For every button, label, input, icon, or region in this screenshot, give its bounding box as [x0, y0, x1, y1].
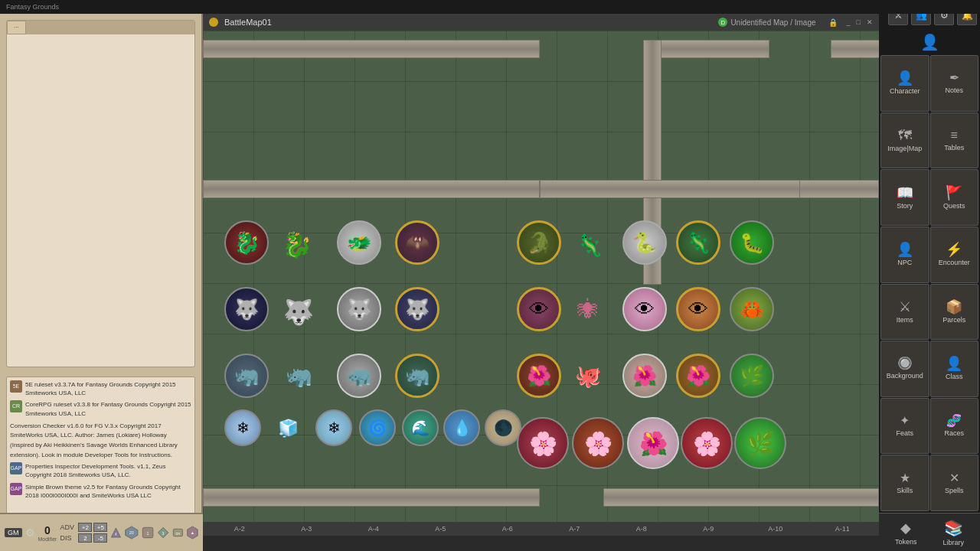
dice-d8-icon[interactable]: 3: [157, 523, 169, 542]
dice-d6-icon[interactable]: 1: [142, 523, 154, 542]
token-r1-r3[interactable]: 🐍: [622, 220, 667, 265]
token-r4-r5[interactable]: 🌿: [734, 417, 786, 469]
token-r2-r2-free[interactable]: 🕷: [561, 287, 615, 331]
token-r3-c2-free[interactable]: 🦏: [272, 354, 325, 398]
token-r4-c2-free[interactable]: 🧊: [266, 412, 310, 445]
dice-custom-icon[interactable]: cn: [172, 524, 184, 541]
quests-btn[interactable]: 🚩 Quests: [930, 169, 979, 226]
token-r2-c3[interactable]: 🐺: [337, 287, 381, 331]
items-btn[interactable]: ⚔ Items: [880, 284, 929, 341]
dice-d4-icon[interactable]: 4: [110, 524, 122, 541]
imagemap-btn[interactable]: 🗺 Image|Map: [880, 112, 929, 169]
svg-text:1: 1: [146, 531, 149, 536]
token-r3-r1[interactable]: 🌺: [517, 354, 561, 398]
story-btn[interactable]: 📖 Story: [880, 169, 929, 226]
settings-icon[interactable]: ⚙: [25, 527, 35, 539]
dis-2-btn[interactable]: 2: [78, 533, 92, 543]
character-label: Character: [890, 87, 920, 95]
creature-sprite-2-r3: 👁: [635, 298, 655, 321]
token-r2-r5[interactable]: 🦀: [730, 287, 774, 331]
map-grid[interactable]: 🐉 🐉 🐲 🦇 🐊 🦎 🐍 🦎 🐛 🐺 🐺 🐺: [203, 31, 879, 522]
dis-5-btn[interactable]: -5: [93, 533, 107, 543]
window-maximize[interactable]: □: [857, 18, 861, 26]
token-r2-c4[interactable]: 🐺: [395, 287, 439, 331]
token-r2-c2-free[interactable]: 🐺: [272, 291, 325, 333]
token-r3-r3[interactable]: 🌺: [622, 354, 667, 398]
npc-btn[interactable]: 👤 NPC: [880, 227, 929, 283]
races-btn[interactable]: 🧬 Races: [930, 398, 979, 455]
modifier-section: 0 Modifier: [38, 524, 57, 542]
token-r1-r4[interactable]: 🦎: [676, 220, 720, 265]
chat-text-5: Simple Brown theme v2.5 for Fantasy Grou…: [25, 483, 191, 500]
tokens-btn[interactable]: ◆ Tokens: [895, 520, 917, 546]
token-r4-c4[interactable]: 🌀: [359, 409, 396, 446]
parcels-btn[interactable]: 📦 Parcels: [930, 284, 979, 341]
token-r3-c4[interactable]: 🦏: [395, 354, 439, 398]
token-r2-r1[interactable]: 👁: [517, 287, 561, 331]
token-r1-c2-free[interactable]: 🐉: [270, 226, 324, 264]
token-r2-r3[interactable]: 👁: [622, 287, 667, 331]
token-r1-c1[interactable]: 🐉: [224, 220, 269, 265]
encounter-btn[interactable]: ⚡ Encounter: [930, 227, 979, 283]
story-icon: 📖: [897, 186, 913, 200]
creature-sprite-r1-1: 🐊: [527, 231, 551, 255]
feats-btn[interactable]: ✦ Feats: [880, 398, 929, 455]
adv-plus5-btn[interactable]: +5: [93, 523, 107, 532]
token-r4-r3[interactable]: 🌺: [627, 417, 679, 469]
notes-btn[interactable]: ✒ Notes: [930, 55, 979, 112]
class-label: Class: [946, 373, 963, 380]
left-content-area: ...: [6, 20, 195, 367]
token-r3-c3[interactable]: 🦏: [337, 354, 381, 398]
token-r3-r2-free[interactable]: 🐙: [561, 354, 615, 398]
token-r1-r5[interactable]: 🐛: [730, 220, 774, 265]
left-tab-main[interactable]: ...: [7, 21, 26, 34]
coord-a5: A-5: [407, 525, 475, 533]
token-r4-c3[interactable]: ❄: [315, 409, 352, 446]
token-r4-r4[interactable]: 🌸: [681, 417, 733, 469]
token-r4-r1[interactable]: 🌸: [517, 417, 569, 469]
background-btn[interactable]: 🔘 Background: [880, 341, 929, 397]
token-r3-r4[interactable]: 🌺: [676, 354, 720, 398]
background-label: Background: [887, 372, 923, 380]
story-label: Story: [897, 202, 913, 210]
library-label: Library: [942, 539, 964, 546]
token-r2-c1[interactable]: 🐺: [224, 287, 269, 331]
map-area[interactable]: BattleMap01 D Unidentified Map / Image 🔒…: [203, 14, 879, 536]
token-r3-c1[interactable]: 🦏: [224, 354, 269, 398]
dice-d20-icon[interactable]: 20: [125, 523, 139, 543]
token-r1-r2-free[interactable]: 🦎: [563, 226, 616, 264]
token-r2-r4[interactable]: 👁: [676, 287, 720, 331]
class-btn[interactable]: 👤 Class: [930, 341, 979, 397]
token-r4-c7[interactable]: 🌑: [485, 409, 521, 446]
npc-icon: 👤: [897, 243, 913, 256]
adv-plus2-btn[interactable]: +2: [78, 523, 92, 532]
token-r1-c3[interactable]: 🐲: [337, 220, 381, 265]
notes-label: Notes: [945, 86, 963, 94]
token-r4-c5[interactable]: 🌊: [402, 409, 439, 446]
creature-sprite-2-4: 🐺: [405, 298, 430, 321]
encounter-icon: ⚡: [946, 243, 962, 256]
token-r3-r5[interactable]: 🌿: [730, 354, 774, 398]
window-minimize[interactable]: _: [847, 18, 851, 26]
character-btn[interactable]: 👤 Character: [880, 55, 929, 112]
token-r1-r1[interactable]: 🐊: [517, 220, 561, 265]
token-r4-c1[interactable]: ❄: [224, 409, 261, 446]
token-r4-r2[interactable]: 🌸: [572, 417, 624, 469]
spells-btn[interactable]: ✕ Spells: [930, 455, 979, 511]
coord-a10: A-10: [742, 525, 809, 533]
dis-label: DIS: [60, 534, 77, 542]
creature-sprite-r1-3: 🐍: [632, 231, 657, 255]
dice-d12-icon[interactable]: ▲: [187, 523, 198, 543]
window-close[interactable]: ✕: [867, 18, 873, 26]
token-r1-c4[interactable]: 🦇: [395, 220, 439, 265]
chat-entry: 5E 5E ruleset v3.3.7A for Fantasy Ground…: [10, 380, 191, 397]
svg-text:cn: cn: [176, 531, 181, 536]
library-btn[interactable]: 📚 Library: [942, 519, 964, 546]
token-r4-c6[interactable]: 💧: [443, 409, 480, 446]
tables-btn[interactable]: ≡ Tables: [930, 112, 979, 169]
wall-top-center-right: [831, 40, 879, 58]
wall-cross-horiz: [540, 180, 800, 198]
coord-a6: A-6: [474, 525, 541, 533]
right-sidebar: ⚔ 👥 ⚙ 🔔 👤 👤 Character ✒ Notes 🗺 Image|Ma…: [879, 0, 980, 551]
skills-btn[interactable]: ★ Skills: [880, 455, 929, 511]
